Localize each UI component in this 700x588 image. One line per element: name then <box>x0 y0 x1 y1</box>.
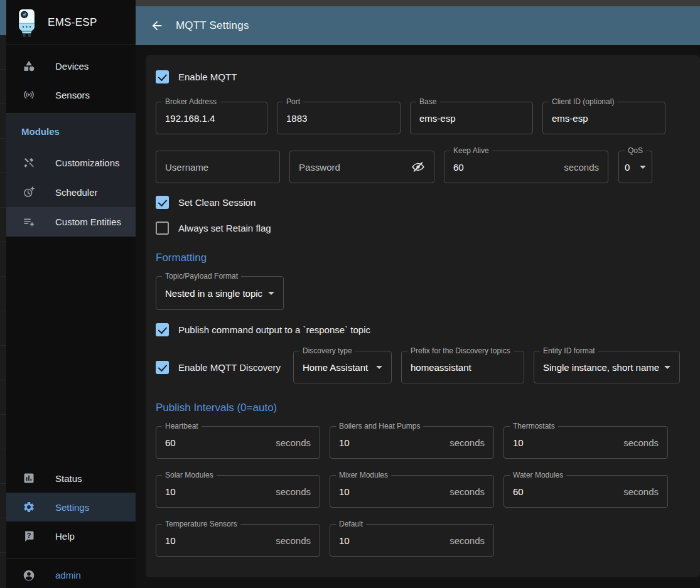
client-id-input[interactable] <box>552 113 656 124</box>
modules-section-header: Modules <box>6 114 136 149</box>
discovery-row: Enable MQTT Discovery Discovery type Hom… <box>156 351 690 383</box>
field-label: QoS <box>625 146 646 156</box>
enable-discovery-checkbox[interactable] <box>156 361 169 374</box>
interval-field-default[interactable]: Default seconds <box>330 524 494 557</box>
ems-esp-app: EMS-ESP Devices Sensors Modules <box>0 0 700 588</box>
base-field[interactable]: Base <box>410 102 533 134</box>
client-id-field[interactable]: Client ID (optional) <box>542 102 665 134</box>
page-title: MQTT Settings <box>176 19 249 32</box>
interval-input[interactable] <box>165 535 276 546</box>
scheduler-icon <box>23 186 35 198</box>
discovery-type-select[interactable]: Discovery type Home Assistant <box>293 351 392 383</box>
background-page-sliver <box>0 0 6 588</box>
port-field[interactable]: Port <box>277 102 401 134</box>
clean-session-row: Set Clean Session <box>156 195 690 210</box>
interval-field-boilers[interactable]: Boilers and Heat Pumps seconds <box>330 426 494 459</box>
back-arrow-icon[interactable] <box>149 18 164 33</box>
main-content: Enable MQTT Broker Address Port Base Cli… <box>136 45 700 588</box>
base-input[interactable] <box>419 113 524 124</box>
discovery-prefix-input[interactable] <box>411 362 515 373</box>
interval-field-mixer[interactable]: Mixer Modules seconds <box>330 475 494 508</box>
sidebar-item-status[interactable]: Status <box>6 464 136 493</box>
sidebar-item-label: Settings <box>55 502 89 513</box>
broker-address-input[interactable] <box>165 113 258 124</box>
publish-response-row: Publish command output to a `response` t… <box>156 322 690 337</box>
custom-entities-icon <box>23 216 35 228</box>
broker-address-field[interactable]: Broker Address <box>156 102 267 134</box>
interval-input[interactable] <box>339 535 450 546</box>
unit-suffix: seconds <box>623 486 659 497</box>
unit-suffix: seconds <box>276 437 311 448</box>
customizations-icon <box>23 156 35 169</box>
interval-input[interactable] <box>513 486 623 497</box>
unit-suffix: seconds <box>276 535 311 546</box>
entity-id-format-select[interactable]: Entity ID format Single instance, short … <box>534 351 680 383</box>
password-input[interactable] <box>299 162 411 173</box>
enable-mqtt-checkbox[interactable] <box>156 70 169 83</box>
sidebar-item-label: Scheduler <box>55 187 98 198</box>
field-label: Thermostats <box>510 422 558 431</box>
interval-input[interactable] <box>165 437 276 448</box>
field-label: Water Modules <box>510 471 566 480</box>
sidebar-item-settings[interactable]: Settings <box>6 493 136 521</box>
interval-field-temperature-sensors[interactable]: Temperature Sensors seconds <box>156 524 320 557</box>
retain-flag-checkbox[interactable] <box>156 222 169 235</box>
entity-id-format-value: Single instance, short name <box>543 362 659 373</box>
interval-field-water[interactable]: Water Modules seconds <box>503 475 668 508</box>
topic-format-row: Topic/Payload Format Nested in a single … <box>156 276 690 310</box>
topic-format-select[interactable]: Topic/Payload Format Nested in a single … <box>156 276 284 310</box>
sidebar-item-help[interactable]: ? Help <box>6 521 136 550</box>
field-label: Mixer Modules <box>336 471 391 480</box>
unit-suffix: seconds <box>564 162 599 173</box>
interval-input[interactable] <box>513 437 623 448</box>
broker-fields-row: Broker Address Port Base Client ID (opti… <box>156 102 690 134</box>
discovery-type-value: Home Assistant <box>303 362 371 373</box>
user-avatar-icon <box>23 569 35 582</box>
port-input[interactable] <box>286 113 391 124</box>
interval-field-solar[interactable]: Solar Modules seconds <box>156 475 320 508</box>
field-label: Heartbeat <box>162 422 202 431</box>
help-icon: ? <box>23 530 35 542</box>
mqtt-settings-card: Enable MQTT Broker Address Port Base Cli… <box>146 55 700 577</box>
sidebar-item-custom-entities[interactable]: Custom Entities <box>6 207 136 237</box>
field-label: Broker Address <box>162 97 220 107</box>
sidebar-item-label: Status <box>55 473 82 484</box>
interval-input[interactable] <box>165 486 276 497</box>
clean-session-checkbox[interactable] <box>156 196 169 209</box>
interval-input[interactable] <box>339 486 450 497</box>
app-title: EMS-ESP <box>48 16 97 29</box>
interval-field-thermostats[interactable]: Thermostats seconds <box>503 426 668 459</box>
credentials-row: Keep Alive seconds QoS 0 <box>156 151 690 183</box>
keep-alive-input[interactable] <box>453 162 564 173</box>
sidebar-item-customizations[interactable]: Customizations <box>6 148 136 177</box>
sidebar-item-scheduler[interactable]: Scheduler <box>6 178 136 206</box>
unit-suffix: seconds <box>276 486 311 497</box>
chevron-down-icon <box>640 166 646 169</box>
interval-field-heartbeat[interactable]: Heartbeat seconds <box>156 426 320 459</box>
toggle-password-visibility-icon[interactable] <box>411 160 425 174</box>
interval-input[interactable] <box>339 437 450 448</box>
keep-alive-field[interactable]: Keep Alive seconds <box>444 151 608 183</box>
svg-text:?: ? <box>27 532 31 539</box>
qos-select[interactable]: QoS 0 <box>618 151 652 183</box>
username-input[interactable] <box>165 162 271 173</box>
chevron-down-icon <box>664 366 670 369</box>
publish-response-checkbox[interactable] <box>156 323 169 336</box>
password-field[interactable] <box>289 151 434 183</box>
field-label: Keep Alive <box>450 146 492 156</box>
discovery-prefix-field[interactable]: Prefix for the Discovery topics <box>401 351 524 383</box>
sidebar-item-admin[interactable]: admin <box>6 562 136 588</box>
sidebar-item-label: Custom Entities <box>55 216 121 227</box>
publish-intervals-heading: Publish Intervals (0=auto) <box>156 402 690 414</box>
field-label: Topic/Payload Format <box>162 272 241 281</box>
topic-format-value: Nested in a single topic <box>165 288 263 299</box>
ems-esp-logo-icon <box>16 8 38 38</box>
sidebar-header: EMS-ESP <box>6 0 136 45</box>
field-label: Temperature Sensors <box>162 520 240 529</box>
sidebar-item-label: Customizations <box>55 158 120 168</box>
username-field[interactable] <box>156 151 280 183</box>
sidebar-item-devices[interactable]: Devices <box>6 51 136 80</box>
field-label: Solar Modules <box>162 471 217 480</box>
publish-intervals-grid: Heartbeat seconds Boilers and Heat Pumps… <box>156 426 690 557</box>
sidebar-item-sensors[interactable]: Sensors <box>6 80 136 109</box>
